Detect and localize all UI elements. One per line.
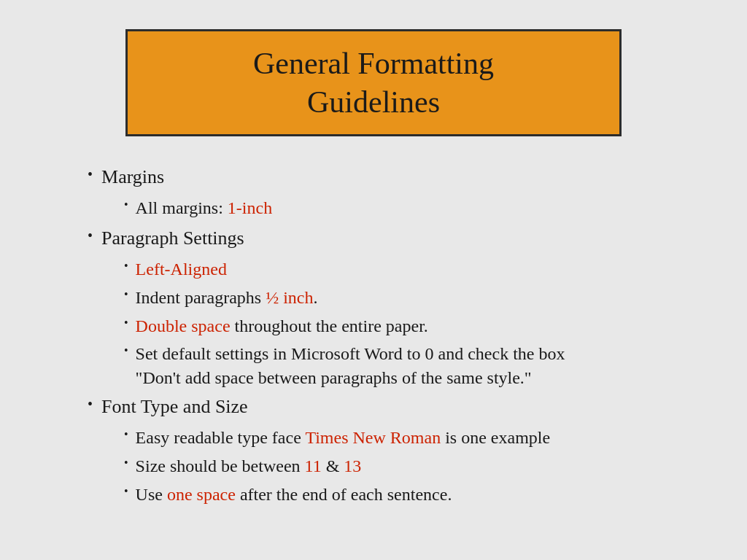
- bullet-dot-s7: •: [124, 454, 128, 472]
- bullet-dot-s1: •: [124, 196, 128, 214]
- content-area: • Margins • All margins: 1-inch • Paragr…: [58, 160, 689, 510]
- bullet-dot-s5: •: [124, 342, 128, 359]
- para-indent-text: Indent paragraphs ½ inch.: [136, 286, 318, 311]
- para-left-aligned: Left-Aligned: [136, 257, 227, 282]
- section-paragraph: • Paragraph Settings: [88, 225, 689, 252]
- sub-item-font-1: • Easy readable type face Times New Roma…: [124, 426, 689, 451]
- sub-item-para-1: • Left-Aligned: [124, 257, 689, 282]
- font-size-min: 11: [305, 456, 322, 475]
- font-space-value: one space: [167, 485, 236, 504]
- sub-item-font-3: • Use one space after the end of each se…: [124, 483, 689, 508]
- font-typeface-value: Times New Roman: [305, 428, 441, 447]
- section-margins: • Margins: [88, 164, 689, 190]
- bullet-dot-1: •: [88, 164, 93, 184]
- para-double-space-text: Double space throughout the entire paper…: [136, 314, 428, 339]
- margins-sub-text: All margins: 1-inch: [136, 196, 273, 221]
- slide-title: General Formatting Guidelines: [157, 44, 590, 121]
- section-margins-label: Margins: [101, 164, 164, 190]
- bullet-dot-s2: •: [124, 257, 128, 275]
- sub-item-para-4: • Set default settings in Microsoft Word…: [124, 342, 689, 389]
- font-typeface-text: Easy readable type face Times New Roman …: [136, 426, 551, 451]
- sub-item-font-2: • Size should be between 11 & 13: [124, 454, 689, 479]
- para-indent-value: ½ inch: [266, 288, 313, 307]
- sub-item-para-2: • Indent paragraphs ½ inch.: [124, 286, 689, 311]
- font-size-max: 13: [344, 456, 361, 475]
- sub-item-para-3: • Double space throughout the entire pap…: [124, 314, 689, 339]
- title-box: General Formatting Guidelines: [125, 29, 622, 136]
- sub-item-margins-1: • All margins: 1-inch: [124, 196, 689, 221]
- margins-value: 1-inch: [228, 198, 272, 217]
- bullet-dot-3: •: [88, 394, 93, 414]
- bullet-dot-2: •: [88, 225, 93, 246]
- para-double-space-value: Double space: [136, 316, 231, 335]
- para-default-settings-text: Set default settings in Microsoft Word t…: [136, 342, 565, 389]
- bullet-dot-s3: •: [124, 286, 128, 303]
- font-size-text: Size should be between 11 & 13: [136, 454, 362, 479]
- bullet-dot-s6: •: [124, 426, 128, 443]
- section-font-label: Font Type and Size: [101, 394, 248, 420]
- bullet-dot-s4: •: [124, 314, 128, 332]
- bullet-dot-s8: •: [124, 483, 128, 500]
- font-space-text: Use one space after the end of each sent…: [136, 483, 452, 508]
- section-font: • Font Type and Size: [88, 394, 689, 420]
- section-paragraph-label: Paragraph Settings: [101, 225, 244, 252]
